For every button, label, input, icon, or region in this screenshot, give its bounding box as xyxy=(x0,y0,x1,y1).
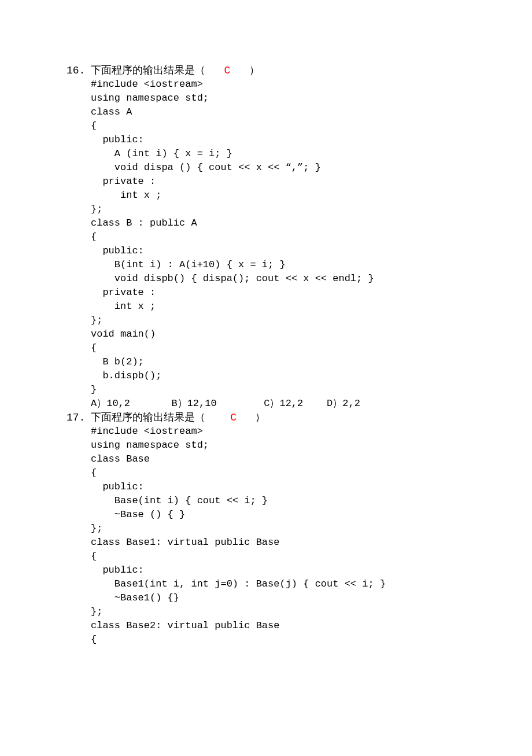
options-16: A）10,2 B）12,10 C）12,2 D）2,2 xyxy=(91,397,497,411)
stem-prefix: 下面程序的输出结果是（ xyxy=(91,412,230,423)
question-16: 16. 下面程序的输出结果是（ C ） #include <iostream> … xyxy=(66,64,497,411)
code-block-17: #include <iostream> using namespace std;… xyxy=(91,425,497,647)
stem-prefix: 下面程序的输出结果是（ xyxy=(91,65,224,76)
answer-letter: C xyxy=(230,412,237,423)
question-17: 17. 下面程序的输出结果是（ C ） #include <iostream> … xyxy=(66,411,497,647)
question-stem: 下面程序的输出结果是（ C ） xyxy=(91,64,260,78)
answer-letter: C xyxy=(224,65,230,76)
question-17-header: 17. 下面程序的输出结果是（ C ） xyxy=(66,411,497,425)
question-16-header: 16. 下面程序的输出结果是（ C ） xyxy=(66,64,497,78)
question-number: 16. xyxy=(66,64,91,78)
stem-suffix: ） xyxy=(237,412,265,423)
code-block-16: #include <iostream> using namespace std;… xyxy=(91,78,497,397)
question-stem: 下面程序的输出结果是（ C ） xyxy=(91,411,265,425)
page: 16. 下面程序的输出结果是（ C ） #include <iostream> … xyxy=(0,0,532,681)
stem-suffix: ） xyxy=(230,65,259,76)
question-number: 17. xyxy=(66,411,91,425)
